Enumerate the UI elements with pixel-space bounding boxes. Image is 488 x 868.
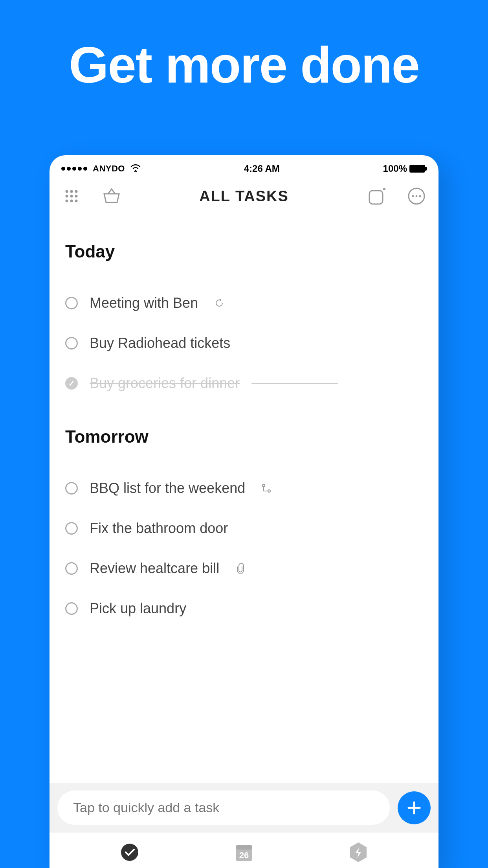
task-row[interactable]: Review healtcare bill bbox=[65, 548, 423, 588]
svg-point-17 bbox=[268, 490, 270, 492]
svg-point-5 bbox=[70, 195, 73, 198]
quick-add-bar bbox=[50, 783, 438, 833]
svg-point-14 bbox=[416, 195, 418, 197]
tab-calendar[interactable]: 26 bbox=[233, 842, 255, 863]
svg-rect-20 bbox=[236, 845, 252, 850]
svg-point-1 bbox=[66, 190, 68, 193]
section-header-today[interactable]: Today bbox=[65, 242, 423, 261]
task-label: Meeting with Ben bbox=[90, 295, 198, 311]
recurring-icon bbox=[214, 298, 225, 309]
svg-point-8 bbox=[70, 200, 73, 202]
check-circle-icon bbox=[120, 842, 139, 862]
phone-frame: ANYDO 4:26 AM 100% bbox=[50, 155, 438, 868]
task-checkbox[interactable] bbox=[65, 602, 78, 615]
task-label: Pick up laundry bbox=[90, 600, 186, 617]
nav-bar: ALL TASKS bbox=[50, 178, 438, 218]
task-list: Today Meeting with Ben Buy Radiohead tic… bbox=[50, 218, 438, 629]
task-row[interactable]: BBQ list for the weekend bbox=[65, 468, 423, 508]
battery-percent: 100% bbox=[383, 163, 407, 174]
task-row[interactable]: Buy groceries for dinner bbox=[65, 363, 423, 403]
task-checkbox[interactable] bbox=[65, 482, 78, 495]
task-row[interactable]: Meeting with Ben bbox=[65, 283, 423, 323]
nav-title: ALL TASKS bbox=[199, 188, 289, 205]
task-label: Fix the bathroom door bbox=[90, 520, 228, 537]
battery-icon bbox=[409, 165, 427, 173]
wifi-icon bbox=[130, 163, 141, 174]
svg-point-16 bbox=[262, 484, 265, 487]
tab-tasks[interactable] bbox=[120, 842, 139, 862]
task-label: BBQ list for the weekend bbox=[90, 480, 245, 497]
bolt-hexagon-icon bbox=[349, 842, 368, 863]
quick-add-input[interactable] bbox=[57, 791, 390, 825]
svg-text:26: 26 bbox=[239, 850, 249, 860]
basket-icon[interactable] bbox=[101, 186, 122, 206]
section-header-tomorrow[interactable]: Tomorrow bbox=[65, 427, 423, 447]
svg-point-0 bbox=[135, 170, 136, 171]
task-checkbox[interactable] bbox=[65, 337, 78, 349]
carrier-label: ANYDO bbox=[93, 164, 125, 174]
task-label: Buy groceries for dinner bbox=[90, 375, 240, 392]
task-row[interactable]: Fix the bathroom door bbox=[65, 508, 423, 548]
task-row[interactable]: Pick up laundry bbox=[65, 588, 423, 629]
svg-point-15 bbox=[419, 195, 421, 197]
task-row[interactable]: Buy Radiohead tickets bbox=[65, 323, 423, 363]
svg-point-4 bbox=[66, 195, 68, 198]
svg-point-6 bbox=[75, 195, 78, 198]
status-bar-time: 4:26 AM bbox=[244, 163, 280, 174]
attachment-icon bbox=[235, 563, 246, 574]
signal-dots-icon bbox=[61, 167, 87, 171]
task-label: Buy Radiohead tickets bbox=[90, 335, 230, 351]
task-label: Review healtcare bill bbox=[90, 560, 219, 577]
svg-point-18 bbox=[121, 844, 138, 861]
svg-rect-10 bbox=[369, 191, 383, 204]
svg-point-9 bbox=[75, 200, 78, 202]
status-bar-right: 100% bbox=[383, 163, 427, 174]
calendar-icon: 26 bbox=[233, 842, 255, 863]
task-checkbox-done[interactable] bbox=[65, 377, 78, 390]
compose-icon[interactable] bbox=[366, 186, 387, 206]
svg-point-13 bbox=[412, 195, 414, 197]
task-checkbox[interactable] bbox=[65, 522, 78, 535]
status-bar: ANYDO 4:26 AM 100% bbox=[50, 155, 438, 178]
tab-bar: 26 bbox=[50, 833, 438, 868]
menu-grid-icon[interactable] bbox=[61, 186, 82, 206]
svg-point-2 bbox=[70, 190, 73, 193]
task-checkbox[interactable] bbox=[65, 562, 78, 575]
more-icon[interactable] bbox=[406, 186, 427, 206]
svg-point-3 bbox=[75, 190, 78, 193]
svg-point-11 bbox=[383, 188, 385, 190]
tab-moment[interactable] bbox=[349, 842, 368, 863]
status-bar-left: ANYDO bbox=[61, 163, 141, 174]
task-checkbox[interactable] bbox=[65, 297, 78, 309]
subtasks-icon bbox=[261, 483, 272, 494]
svg-point-7 bbox=[66, 200, 68, 202]
add-task-button[interactable] bbox=[398, 791, 431, 824]
strike-line bbox=[251, 383, 338, 384]
hero-headline: Get more done bbox=[0, 0, 488, 94]
